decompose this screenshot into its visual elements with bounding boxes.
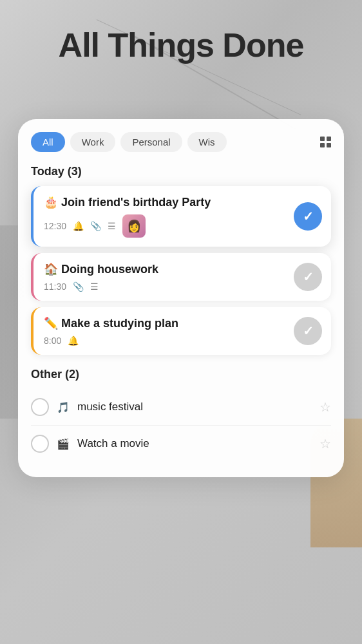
filter-tab-work[interactable]: Work <box>70 132 116 152</box>
complete-button-3[interactable]: ✓ <box>294 317 322 345</box>
task-card-1: 🎂 Join friend's birthday Party 12:30 🔔 📎… <box>31 186 331 247</box>
task-time-2: 11:30 <box>44 281 66 292</box>
wishlist-item-1: 🎵 music festival ☆ <box>31 389 331 426</box>
attachment-icon-1: 📎 <box>90 221 101 231</box>
today-section-header: Today (3) <box>31 165 331 178</box>
bell-icon-3: 🔔 <box>68 336 79 346</box>
main-card: All Work Personal Wis Today (3) 🎂 Join f… <box>18 119 344 477</box>
task-emoji-2: 🏠 <box>44 263 58 276</box>
complete-button-1[interactable]: ✓ <box>294 202 322 231</box>
filter-tab-personal[interactable]: Personal <box>120 132 182 152</box>
other-emoji-2: 🎬 <box>57 438 70 450</box>
task-emoji-1: 🎂 <box>44 196 58 209</box>
task-thumbnail-1: 👩 <box>122 214 146 238</box>
other-emoji-1: 🎵 <box>57 401 70 413</box>
select-button-1[interactable] <box>31 398 49 416</box>
star-icon-2[interactable]: ☆ <box>319 436 331 451</box>
list-icon-2: ☰ <box>90 281 99 292</box>
task-card-3: ✏️ Make a studying plan 8:00 🔔 ✓ <box>31 307 331 355</box>
select-button-2[interactable] <box>31 435 49 453</box>
filter-row: All Work Personal Wis <box>31 132 331 152</box>
grid-view-icon[interactable] <box>320 137 331 147</box>
checkmark-icon-2: ✓ <box>303 269 314 285</box>
checkmark-icon-1: ✓ <box>303 209 314 224</box>
other-text-1: music festival <box>77 401 312 413</box>
task-time-1: 12:30 <box>44 221 66 231</box>
attachment-icon-2: 📎 <box>73 281 84 292</box>
complete-button-2[interactable]: ✓ <box>294 263 322 291</box>
star-icon-1[interactable]: ☆ <box>319 399 331 415</box>
checkmark-icon-3: ✓ <box>303 323 314 339</box>
other-section-header: Other (2) <box>31 368 331 381</box>
task-title-3: ✏️ Make a studying plan <box>44 316 321 330</box>
task-emoji-3: ✏️ <box>44 317 58 330</box>
task-title-2: 🏠 Doing housework <box>44 262 321 276</box>
task-meta-2: 11:30 📎 ☰ <box>44 281 321 292</box>
other-text-2: Watch a movie <box>77 437 312 450</box>
list-icon-1: ☰ <box>108 221 116 231</box>
task-meta-1: 12:30 🔔 📎 ☰ 👩 <box>44 214 321 238</box>
other-section: Other (2) 🎵 music festival ☆ 🎬 Watch a m… <box>31 368 331 462</box>
task-card-2: 🏠 Doing housework 11:30 📎 ☰ ✓ <box>31 253 331 301</box>
filter-tab-wishlist[interactable]: Wis <box>187 132 227 152</box>
task-meta-3: 8:00 🔔 <box>44 336 321 346</box>
app-title: All Things Done <box>0 26 362 64</box>
wishlist-item-2: 🎬 Watch a movie ☆ <box>31 426 331 462</box>
task-title-1: 🎂 Join friend's birthday Party <box>44 195 321 209</box>
task-time-3: 8:00 <box>44 336 61 346</box>
bell-icon-1: 🔔 <box>73 221 84 231</box>
filter-tab-all[interactable]: All <box>31 132 65 152</box>
